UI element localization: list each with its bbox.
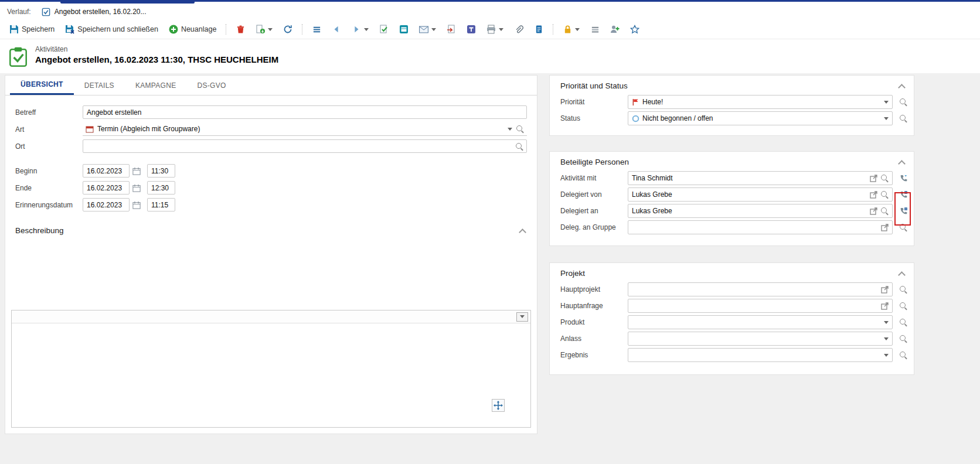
tab-uebersicht[interactable]: ÜBERSICHT [10, 76, 74, 95]
move-icon[interactable] [492, 399, 505, 412]
betreff-input[interactable] [83, 105, 527, 119]
list-view-button[interactable] [308, 22, 325, 36]
beschreibung-editor[interactable] [11, 310, 531, 428]
collapse-icon[interactable] [898, 84, 906, 91]
envelope-icon [419, 25, 428, 34]
tab-dsgvo[interactable]: DS-GVO [186, 76, 236, 95]
checkin-button[interactable] [376, 22, 392, 36]
refresh-button[interactable] [280, 22, 296, 36]
anlass-select[interactable] [628, 332, 893, 346]
email-button[interactable] [416, 22, 440, 36]
prioritaet-value: Heute! [642, 98, 663, 106]
dropdown-icon[interactable] [499, 28, 503, 31]
dropdown-icon[interactable] [431, 28, 436, 31]
add-participant-button[interactable] [607, 22, 623, 36]
open-record-icon[interactable] [881, 224, 889, 231]
phone-button[interactable] [896, 190, 910, 199]
ergebnis-label: Ergebnis [560, 351, 628, 359]
phone-button[interactable] [896, 174, 910, 183]
hauptanfrage-field[interactable] [628, 299, 893, 313]
search-icon[interactable] [516, 125, 524, 133]
deleg-gruppe-field[interactable] [628, 220, 893, 234]
check-square-icon [42, 7, 51, 16]
dropdown-icon[interactable] [884, 354, 889, 357]
open-record-icon[interactable] [881, 286, 889, 294]
search-icon[interactable] [880, 207, 889, 215]
search-icon[interactable] [899, 351, 907, 359]
beginn-date-input[interactable] [83, 164, 130, 178]
delegiert-an-field[interactable]: Lukas Grebe [628, 204, 893, 218]
beginn-row: Beginn [15, 162, 527, 179]
ort-input[interactable] [86, 142, 513, 151]
history-tab-item[interactable]: Angebot erstellen, 16.02.20... [39, 5, 152, 18]
permissions-button[interactable] [587, 22, 603, 36]
dropdown-icon[interactable] [884, 117, 889, 120]
produkt-select[interactable] [628, 315, 893, 329]
art-select[interactable]: Termin (Abgleich mit Groupware) [83, 122, 527, 136]
search-icon[interactable] [880, 190, 889, 199]
delegiert-von-field[interactable]: Lukas Grebe [628, 187, 893, 202]
ende-date-input[interactable] [83, 181, 130, 195]
prioritaet-select[interactable]: Heute! [628, 95, 893, 109]
nav-forward-button[interactable] [348, 22, 372, 36]
lock-button[interactable] [559, 22, 583, 36]
open-record-icon[interactable] [870, 191, 877, 199]
beginn-time-input[interactable] [147, 164, 175, 178]
dropdown-icon[interactable] [268, 28, 273, 31]
calendar-icon[interactable] [131, 199, 142, 211]
attachment-button[interactable] [511, 22, 527, 36]
teams-button[interactable] [463, 22, 479, 36]
ende-time-input[interactable] [147, 181, 175, 195]
editor-dropdown[interactable] [516, 312, 528, 322]
export-button[interactable] [252, 22, 276, 36]
search-icon[interactable] [899, 114, 907, 122]
search-icon[interactable] [899, 98, 907, 106]
open-record-icon[interactable] [881, 302, 889, 310]
padlock-icon [563, 25, 572, 34]
link-button[interactable] [396, 22, 412, 36]
dropdown-icon[interactable] [575, 28, 580, 31]
erinnerung-time-input[interactable] [147, 198, 175, 211]
aktivitaet-mit-field[interactable]: Tina Schmidt [628, 171, 893, 185]
calendar-icon[interactable] [131, 165, 142, 177]
phone-button[interactable] [896, 207, 910, 216]
search-icon[interactable] [899, 318, 907, 326]
termin-icon [86, 125, 94, 133]
hauptprojekt-field[interactable] [628, 282, 893, 296]
nav-back-button[interactable] [328, 22, 345, 36]
ergebnis-select[interactable] [628, 348, 893, 362]
save-button[interactable]: Speichern [6, 22, 58, 36]
collapse-icon[interactable] [898, 271, 906, 279]
collapse-icon[interactable] [898, 160, 906, 168]
save-icon [9, 25, 19, 34]
search-icon[interactable] [899, 335, 907, 343]
send-document-button[interactable] [443, 22, 460, 36]
status-select[interactable]: Nicht begonnen / offen [628, 111, 893, 125]
tab-details[interactable]: DETAILS [74, 76, 125, 95]
delete-button[interactable] [232, 22, 249, 36]
collapse-icon[interactable] [519, 228, 526, 236]
dropdown-icon[interactable] [364, 28, 369, 31]
search-icon[interactable] [515, 142, 523, 151]
tab-kampagne[interactable]: KAMPAGNE [125, 76, 187, 95]
print-button[interactable] [483, 22, 507, 36]
calendar-icon[interactable] [131, 182, 142, 194]
dropdown-icon[interactable] [508, 128, 512, 131]
search-icon[interactable] [899, 285, 907, 294]
favorite-button[interactable] [627, 22, 643, 36]
dropdown-icon[interactable] [884, 101, 889, 104]
art-value: Termin (Abgleich mit Groupware) [97, 125, 200, 133]
project-card-title: Projekt [560, 269, 899, 278]
save-close-button[interactable]: Speichern und schließen [62, 22, 162, 36]
dropdown-icon[interactable] [884, 337, 889, 340]
note-button[interactable] [530, 22, 547, 36]
dropdown-icon[interactable] [884, 321, 889, 324]
open-record-icon[interactable] [870, 175, 877, 182]
erinnerung-date-input[interactable] [83, 198, 130, 211]
ort-field [83, 139, 527, 153]
open-record-icon[interactable] [870, 207, 877, 215]
search-icon[interactable] [880, 174, 889, 182]
new-record-button[interactable]: Neuanlage [165, 22, 220, 36]
search-icon[interactable] [899, 223, 907, 231]
search-icon[interactable] [899, 302, 907, 310]
